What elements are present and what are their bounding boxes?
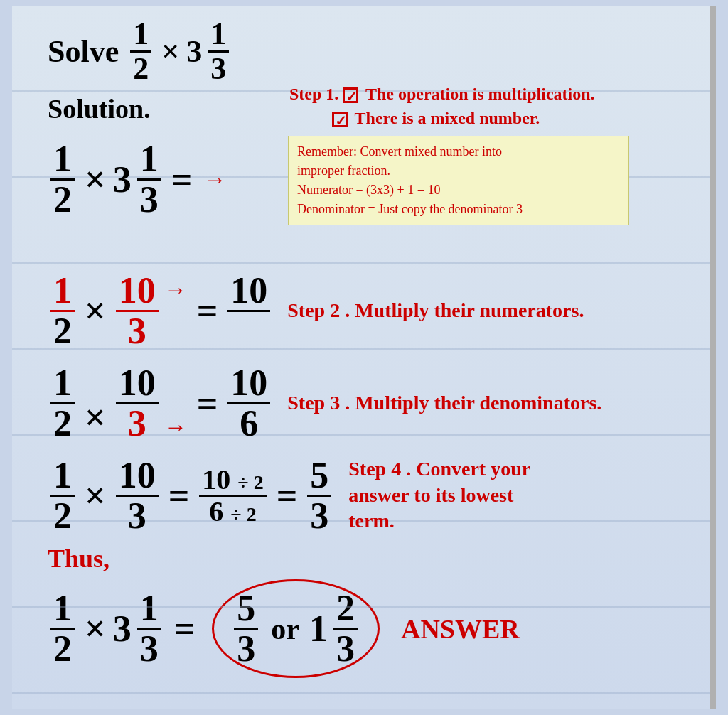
solve-label: Solve	[48, 33, 119, 70]
step4-math-row: 1 2 × 10 3 = 10 ÷ 2 6 ÷ 2 = 5 3 Step 4 .…	[26, 453, 696, 538]
step3-math-row: 1 2 × 10 3 → = 10 6 Step 3 . Multiply th…	[26, 360, 696, 446]
final-whole: 3	[113, 608, 132, 650]
s2-f2-num: 10	[116, 272, 159, 312]
checkbox2-icon	[332, 112, 348, 127]
s4-equals1: =	[168, 475, 190, 517]
s1-f1-num: 1	[50, 141, 75, 181]
final-row: 1 2 × 3 1 3 = 5 3 or 1 2 3	[26, 576, 696, 681]
step4-label: Step 4 . Convert your answer to its lowe…	[348, 456, 547, 534]
final-ans-mixed-den: 3	[333, 630, 358, 667]
title-fraction2: 1 3	[208, 18, 229, 85]
s3-f1-den: 2	[50, 404, 75, 442]
s1-f2: 1 3	[137, 141, 161, 218]
s4-f1-den: 2	[50, 497, 75, 534]
info-line3: Numerator = (3x3) + 1 = 10	[297, 183, 440, 197]
s1-mixed: 3 1 3	[113, 141, 164, 218]
s3-f2-den: 3	[125, 404, 149, 442]
s1-f1: 1 2	[50, 141, 75, 218]
s3-result-den: 6	[237, 404, 261, 442]
step1-callout: Step 1. The operation is multiplication.…	[289, 82, 595, 130]
step1-line1: The operation is multiplication.	[365, 85, 595, 103]
s1-equals: =	[171, 158, 193, 200]
final-or: or	[271, 612, 299, 646]
s4-result-den: 3	[307, 497, 331, 534]
s4-div-den: 6 ÷ 2	[206, 497, 259, 526]
s3-times: ×	[85, 397, 106, 443]
step3-label: Step 3 . Multiply their denominators.	[287, 392, 601, 414]
title-f1-den: 2	[130, 53, 151, 85]
final-mixed: 3 1 3	[113, 590, 164, 667]
s4-f1-num: 1	[50, 457, 75, 497]
s3-arrow: →	[164, 414, 187, 443]
title-fraction1: 1 2	[130, 18, 151, 85]
final-ans-mixed-whole: 1	[309, 608, 328, 650]
s4-result: 5 3	[307, 457, 331, 534]
s2-f1: 1 2	[50, 272, 75, 350]
info-box: Remember: Convert mixed number into impr…	[288, 136, 629, 225]
title-times: ×	[161, 33, 179, 70]
s4-result-num: 5	[307, 457, 331, 497]
s4-f1: 1 2	[50, 457, 75, 534]
step2-math-row: 1 2 × 10 3 → = 10 Step 2 . Mutliply thei…	[26, 268, 696, 353]
final-f1-den: 2	[50, 630, 75, 667]
s3-f1: 1 2	[50, 365, 75, 442]
final-ans-mixed-num: 2	[333, 590, 358, 630]
answer-label: ANSWER	[401, 613, 520, 645]
thus-label: Thus,	[48, 544, 109, 573]
s2-result: 10	[228, 272, 270, 350]
step2-label: Step 2 . Mutliply their numerators.	[287, 299, 584, 322]
final-ans-frac-num: 5	[234, 590, 258, 630]
s3-result: 10 6	[228, 365, 270, 442]
title-f2-num: 1	[208, 18, 229, 53]
s4-frac-div: 10 ÷ 2 6 ÷ 2	[199, 466, 266, 526]
s2-f2: 10 3	[116, 272, 159, 350]
final-ans-frac: 5 3	[234, 590, 258, 667]
final-ans-mixed-frac: 2 3	[333, 590, 358, 667]
info-line4: Denominator = Just copy the denominator …	[297, 202, 523, 216]
title-row: Solve 1 2 × 3 1 3	[26, 13, 696, 87]
s2-f1-den: 2	[50, 312, 75, 350]
s1-f2-den: 3	[137, 181, 161, 218]
s4-equals2: =	[277, 475, 298, 517]
step1-label: Step 1.	[289, 85, 338, 103]
arrow-to-infobox-icon: →	[203, 166, 226, 193]
s2-equals: =	[197, 290, 218, 332]
final-equals: =	[174, 608, 196, 650]
final-ans-frac-den: 3	[234, 630, 258, 667]
final-f1: 1 2	[50, 590, 75, 667]
s3-f1-num: 1	[50, 365, 75, 404]
s2-f1-num: 1	[50, 272, 75, 312]
solution-label: Solution.	[48, 93, 151, 124]
final-f2: 1 3	[137, 590, 161, 667]
final-f2-den: 3	[137, 630, 161, 667]
s3-result-num: 10	[228, 365, 270, 404]
s4-div-num: 10 ÷ 2	[199, 466, 266, 497]
page: Solve 1 2 × 3 1 3 Solution. Step 1. The …	[12, 6, 716, 709]
s4-f2-den: 3	[125, 497, 149, 534]
s2-times: ×	[85, 290, 106, 332]
s4-times: ×	[85, 475, 106, 517]
s4-f2: 10 3	[116, 457, 159, 534]
s1-times: ×	[85, 158, 106, 200]
s1-whole: 3	[113, 158, 132, 200]
s1-f2-num: 1	[137, 141, 161, 181]
info-line2: improper fraction.	[297, 163, 390, 178]
s2-f2-den: 3	[125, 312, 149, 350]
s2-arrow: →	[164, 276, 187, 303]
s3-f2: 10 3	[116, 365, 159, 442]
info-line1: Remember: Convert mixed number into	[297, 144, 502, 158]
final-times: ×	[85, 608, 106, 650]
final-f1-num: 1	[50, 590, 75, 630]
title-mixed: 3 1 3	[186, 18, 232, 85]
thus-row: Thus,	[26, 538, 696, 576]
s2-result-num: 10	[228, 272, 270, 312]
answer-oval: 5 3 or 1 2 3	[212, 579, 380, 678]
title-whole: 3	[186, 33, 202, 70]
title-f2-den: 3	[208, 53, 229, 85]
s3-f2-num: 10	[116, 365, 159, 404]
s3-equals: =	[197, 382, 218, 424]
final-f2-num: 1	[137, 590, 161, 630]
checkbox1-icon	[343, 87, 358, 103]
s2-result-den	[228, 312, 270, 350]
s1-f1-den: 2	[50, 181, 75, 218]
